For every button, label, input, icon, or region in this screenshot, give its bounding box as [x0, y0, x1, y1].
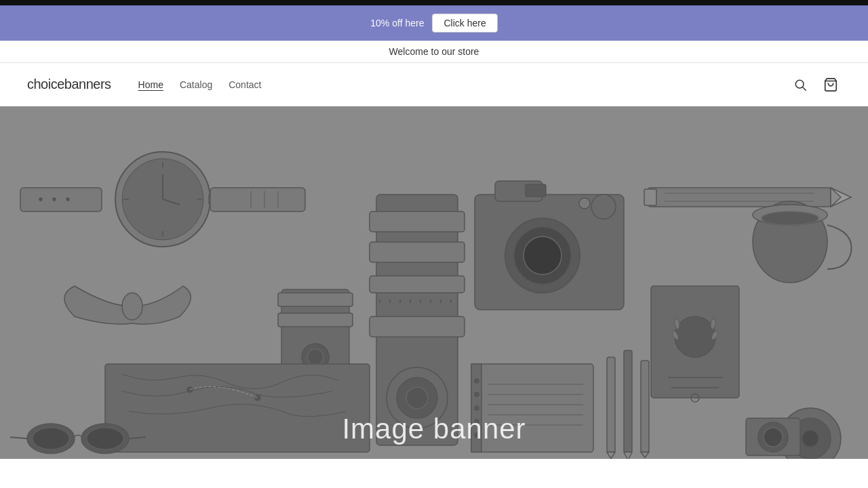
cart-icon [823, 77, 838, 92]
header: choicebanners Home Catalog Contact [0, 63, 868, 106]
svg-point-5 [39, 198, 42, 201]
cart-button[interactable] [821, 75, 841, 95]
promo-text: 10% off here [370, 18, 424, 28]
svg-point-64 [762, 211, 818, 225]
svg-rect-28 [370, 211, 465, 232]
svg-point-49 [591, 195, 616, 219]
secondary-bar: Welcome to our store [0, 41, 868, 63]
svg-rect-30 [370, 276, 465, 293]
svg-rect-84 [641, 361, 649, 452]
svg-rect-39 [370, 317, 465, 337]
svg-rect-24 [278, 313, 353, 327]
welcome-text: Welcome to our store [389, 46, 479, 57]
svg-line-1 [803, 87, 806, 90]
svg-rect-52 [644, 189, 656, 205]
nav: Home Catalog Contact [138, 79, 791, 90]
svg-point-42 [406, 387, 428, 409]
svg-point-97 [764, 428, 783, 447]
svg-point-87 [33, 428, 69, 449]
hero-banner: Image banner [0, 106, 868, 459]
svg-point-89 [87, 428, 123, 449]
svg-point-7 [66, 198, 69, 201]
svg-rect-65 [105, 364, 370, 452]
top-decorative-bar [0, 0, 868, 5]
cta-button[interactable]: Click here [432, 14, 497, 33]
svg-rect-29 [370, 242, 465, 262]
search-button[interactable] [791, 75, 810, 94]
header-icons [791, 75, 841, 95]
svg-point-67 [255, 395, 260, 401]
svg-rect-4 [20, 188, 102, 211]
svg-rect-80 [607, 357, 615, 452]
svg-rect-23 [278, 293, 353, 306]
svg-point-26 [307, 349, 323, 365]
svg-point-94 [802, 430, 818, 447]
svg-point-6 [53, 198, 56, 201]
hero-banner-text: Image banner [342, 413, 526, 445]
search-icon [793, 78, 807, 92]
svg-rect-17 [210, 188, 305, 211]
svg-point-58 [675, 317, 715, 357]
svg-point-70 [475, 379, 479, 383]
svg-point-72 [475, 406, 479, 410]
svg-point-50 [579, 198, 590, 209]
hero-illustration [0, 106, 868, 459]
svg-point-71 [475, 392, 479, 396]
svg-point-21 [122, 293, 142, 320]
svg-point-48 [524, 237, 561, 274]
svg-rect-82 [624, 350, 632, 452]
svg-rect-45 [526, 184, 546, 197]
nav-item-catalog[interactable]: Catalog [180, 79, 212, 90]
nav-item-contact[interactable]: Contact [229, 79, 261, 90]
logo[interactable]: choicebanners [27, 77, 111, 92]
announcement-bar: 10% off here Click here [0, 5, 868, 41]
nav-item-home[interactable]: Home [138, 79, 163, 90]
